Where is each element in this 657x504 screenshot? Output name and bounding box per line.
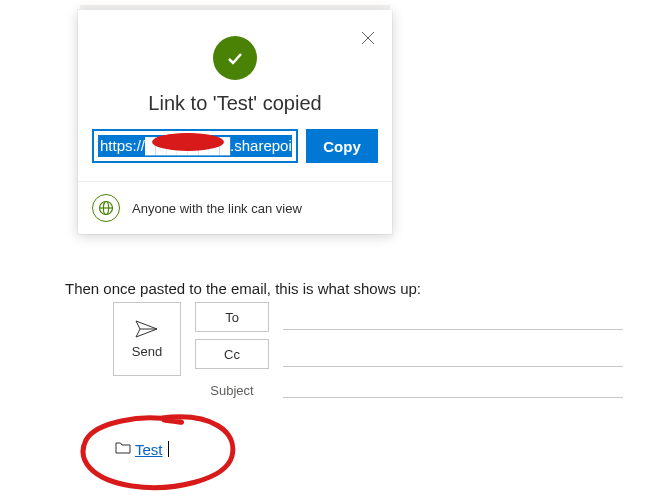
permissions-text: Anyone with the link can view [132, 201, 302, 216]
send-button[interactable]: Send [113, 302, 181, 376]
check-icon [224, 47, 246, 69]
pasted-link-preview: Test [115, 440, 169, 458]
link-url-text: https://████████.sharepoi [98, 135, 292, 157]
folder-icon [115, 440, 131, 458]
subject-label: Subject [195, 383, 269, 398]
to-field[interactable] [283, 329, 623, 330]
send-label: Send [132, 344, 162, 359]
dialog-top-accent [80, 5, 390, 9]
text-cursor [168, 441, 169, 457]
globe-icon [92, 194, 120, 222]
copy-button[interactable]: Copy [306, 129, 378, 163]
subject-field[interactable] [283, 397, 623, 398]
link-row: https://████████.sharepoi Copy [78, 129, 392, 181]
link-copied-dialog: Link to 'Test' copied https://████████.s… [78, 10, 392, 234]
close-button[interactable] [354, 24, 382, 52]
to-button[interactable]: To [195, 302, 269, 332]
pasted-link[interactable]: Test [135, 441, 163, 458]
caption-text: Then once pasted to the email, this is w… [65, 280, 421, 297]
close-icon [361, 31, 375, 45]
dialog-title: Link to 'Test' copied [78, 92, 392, 115]
send-icon [135, 320, 159, 338]
email-compose-header: Send To Cc Subject [113, 302, 657, 398]
cc-button[interactable]: Cc [195, 339, 269, 369]
link-url-input[interactable]: https://████████.sharepoi [92, 129, 298, 163]
success-check-circle [213, 36, 257, 80]
permissions-row[interactable]: Anyone with the link can view [78, 182, 392, 234]
cc-field[interactable] [283, 366, 623, 367]
